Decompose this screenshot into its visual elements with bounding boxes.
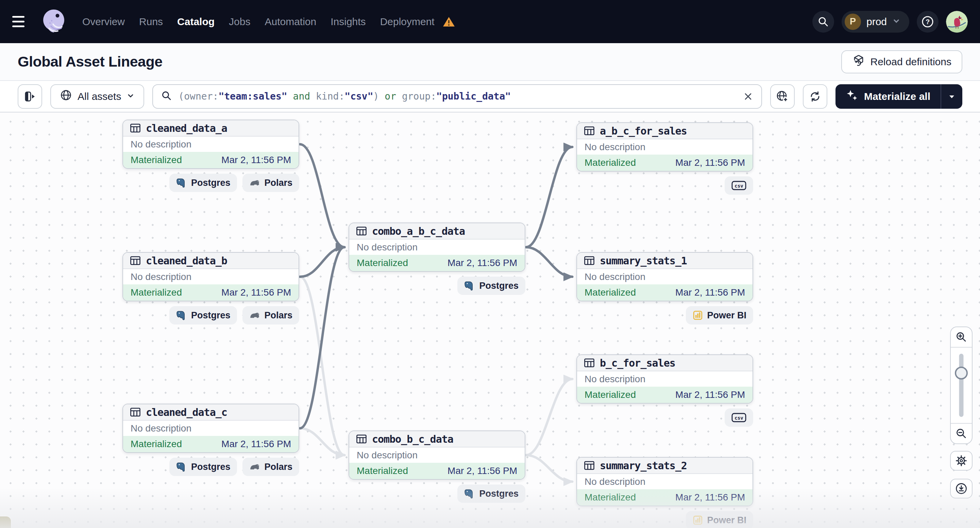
powerbi-icon [693,310,703,320]
polars-icon [249,178,260,187]
kind-tag-label: Postgres [191,178,231,188]
asset-timestamp: Mar 2, 11:56 PM [675,492,745,503]
kind-tag-polars[interactable]: Polars [242,458,299,476]
asset-node-footer: Materialized Mar 2, 11:56 PM [577,387,752,403]
reload-definitions-button[interactable]: Reload definitions [841,50,963,73]
asset-name: b_c_for_sales [600,357,675,369]
asset-node-combo_b_c_data[interactable]: combo_b_c_data No description Materializ… [348,430,525,480]
asset-node-b_c_for_sales[interactable]: b_c_for_sales No description Materialize… [576,354,753,404]
user-avatar[interactable] [946,11,968,33]
kind-tags-combo_b_c_data: Postgres [348,485,525,503]
zoom-in-icon[interactable] [951,327,972,347]
asset-node-footer: Materialized Mar 2, 11:56 PM [349,255,525,271]
table-icon [356,226,367,236]
refresh-icon[interactable] [803,84,827,109]
filter-query-text[interactable]: (owner:"team:sales" and kind:"csv") or g… [178,91,737,102]
kind-tags-combo_a_b_c_data: Postgres [348,277,525,295]
nav-item-deployment[interactable]: Deployment [380,16,434,27]
nav-item-catalog[interactable]: Catalog [177,16,215,27]
globe-add-icon[interactable] [770,84,795,109]
kind-tag-label: Polars [264,178,293,188]
lineage-canvas[interactable]: cleaned_data_a No description Materializ… [0,113,980,528]
zoom-slider[interactable] [951,347,972,424]
materialize-options-button[interactable] [940,84,963,109]
table-icon [584,255,595,266]
kind-tag-postgres[interactable]: Postgres [169,306,237,325]
gear-icon[interactable] [950,451,972,471]
table-icon [584,126,595,136]
asset-timestamp: Mar 2, 11:56 PM [221,287,291,298]
asset-node-body: No description [577,139,752,155]
table-icon [356,434,367,444]
asset-timestamp: Mar 2, 11:56 PM [675,157,745,168]
materialize-all-button[interactable]: Materialize all [835,84,940,109]
asset-description: No description [130,139,191,150]
asset-scope-label: All assets [78,91,121,102]
zoom-slider-track[interactable] [959,354,964,417]
table-icon [130,255,141,266]
chevron-down-icon [127,91,135,102]
kind-tag-power-bi[interactable]: Power BI [686,511,753,528]
kind-tag-polars[interactable]: Polars [242,174,299,192]
download-icon[interactable] [950,479,972,498]
dagster-logo[interactable] [39,7,68,36]
kind-tag-postgres[interactable]: Postgres [169,174,237,192]
search-icon[interactable] [812,11,834,33]
kind-tags-a_b_c_for_sales: csv [576,176,753,195]
asset-node-header: cleaned_data_b [123,253,299,269]
table-icon [130,407,141,417]
svg-text:csv: csv [735,415,743,421]
asset-node-summary_stats_1[interactable]: summary_stats_1 No description Materiali… [576,252,753,301]
zoom-panel [950,327,972,444]
asset-status: Materialized [584,492,636,503]
zoom-slider-handle[interactable] [955,366,968,379]
help-icon[interactable]: ? [917,11,939,33]
asset-name: combo_b_c_data [372,433,453,445]
asset-node-a_b_c_for_sales[interactable]: a_b_c_for_sales No description Materiali… [576,122,753,171]
asset-status: Materialized [130,287,182,298]
asset-status: Materialized [584,287,636,298]
nav-item-overview[interactable]: Overview [82,16,125,27]
kind-tag-postgres[interactable]: Postgres [169,458,237,476]
asset-node-summary_stats_2[interactable]: summary_stats_2 No description Materiali… [576,457,753,506]
asset-status: Materialized [130,439,182,450]
search-icon [161,90,172,103]
asset-name: a_b_c_for_sales [600,125,687,137]
asset-node-footer: Materialized Mar 2, 11:56 PM [349,463,525,479]
kind-tag-polars[interactable]: Polars [242,306,299,325]
nav-item-jobs[interactable]: Jobs [229,16,250,27]
postgres-icon [176,178,187,188]
panel-expand-icon[interactable] [18,84,42,109]
kind-tag-postgres[interactable]: Postgres [457,277,525,295]
asset-description: No description [584,476,645,487]
asset-node-body: No description [123,421,299,436]
asset-node-combo_a_b_c_data[interactable]: combo_a_b_c_data No description Material… [348,222,525,272]
top-nav: OverviewRunsCatalogJobsAutomationInsight… [0,0,980,43]
kind-tag-csv[interactable]: csv [725,176,753,195]
asset-timestamp: Mar 2, 11:56 PM [447,466,517,476]
asset-scope-selector[interactable]: All assets [50,84,144,109]
asset-node-cleaned_data_c[interactable]: cleaned_data_c No description Materializ… [123,404,299,453]
kind-tag-label: Postgres [191,310,231,321]
nav-item-runs[interactable]: Runs [139,16,163,27]
asset-node-header: combo_a_b_c_data [349,223,525,239]
kind-tag-csv[interactable]: csv [725,408,753,427]
clear-icon[interactable] [743,91,753,101]
menu-icon[interactable] [12,11,34,33]
asset-node-header: a_b_c_for_sales [577,123,752,139]
asset-node-footer: Materialized Mar 2, 11:56 PM [123,152,299,168]
postgres-icon [176,461,187,472]
asset-node-cleaned_data_a[interactable]: cleaned_data_a No description Materializ… [123,120,299,169]
deployment-switcher[interactable]: P prod [842,11,909,33]
asset-node-cleaned_data_b[interactable]: cleaned_data_b No description Materializ… [123,252,299,301]
minimap[interactable] [0,515,12,528]
kind-tags-cleaned_data_c: PostgresPolars [123,458,299,476]
nav-item-insights[interactable]: Insights [331,16,366,27]
kind-tags-summary_stats_1: Power BI [576,306,753,325]
asset-filter-input[interactable]: (owner:"team:sales" and kind:"csv") or g… [152,84,762,109]
kind-tag-label: Power BI [707,515,746,526]
kind-tag-power-bi[interactable]: Power BI [686,306,753,325]
nav-item-automation[interactable]: Automation [264,16,316,27]
zoom-out-icon[interactable] [951,424,972,443]
kind-tag-postgres[interactable]: Postgres [457,485,525,503]
